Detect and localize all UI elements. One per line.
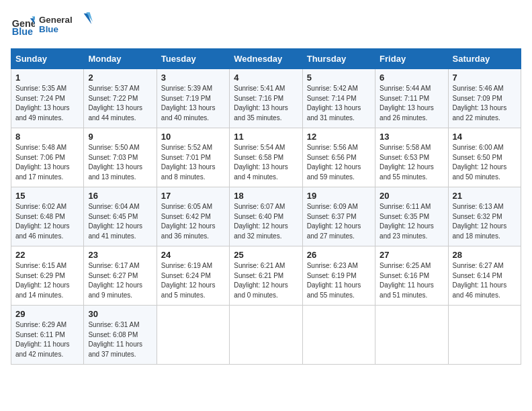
day-info: Sunrise: 5:54 AMSunset: 6:58 PMDaylight:… — [234, 143, 298, 182]
day-number: 17 — [161, 191, 225, 201]
day-info: Sunrise: 5:42 AMSunset: 7:14 PMDaylight:… — [307, 84, 371, 123]
svg-text:Blue: Blue — [39, 24, 58, 34]
day-info: Sunrise: 6:23 AMSunset: 6:19 PMDaylight:… — [307, 261, 371, 300]
calendar-cell: 2Sunrise: 5:37 AMSunset: 7:22 PMDaylight… — [84, 69, 157, 128]
day-info: Sunrise: 5:35 AMSunset: 7:24 PMDaylight:… — [15, 84, 79, 123]
calendar-cell: 22Sunrise: 6:15 AMSunset: 6:29 PMDayligh… — [11, 246, 84, 306]
day-info: Sunrise: 5:48 AMSunset: 7:06 PMDaylight:… — [15, 143, 79, 182]
day-number: 13 — [380, 132, 443, 142]
day-number: 14 — [453, 132, 517, 142]
day-info: Sunrise: 6:09 AMSunset: 6:37 PMDaylight:… — [307, 202, 371, 241]
calendar-cell — [302, 306, 375, 365]
calendar-cell: 30Sunrise: 6:31 AMSunset: 6:08 PMDayligh… — [84, 306, 157, 365]
day-info: Sunrise: 6:31 AMSunset: 6:08 PMDaylight:… — [88, 320, 152, 359]
day-number: 7 — [453, 73, 517, 83]
day-number: 19 — [307, 191, 371, 201]
calendar-cell: 20Sunrise: 6:11 AMSunset: 6:35 PMDayligh… — [375, 187, 448, 246]
day-number: 2 — [88, 73, 152, 83]
day-number: 10 — [161, 132, 225, 142]
calendar-cell: 21Sunrise: 6:13 AMSunset: 6:32 PMDayligh… — [448, 187, 521, 246]
calendar-cell: 14Sunrise: 6:00 AMSunset: 6:50 PMDayligh… — [448, 128, 521, 187]
day-number: 16 — [88, 191, 152, 201]
day-info: Sunrise: 5:41 AMSunset: 7:16 PMDaylight:… — [234, 84, 298, 123]
day-info: Sunrise: 5:58 AMSunset: 6:53 PMDaylight:… — [380, 143, 443, 182]
calendar-cell: 17Sunrise: 6:05 AMSunset: 6:42 PMDayligh… — [157, 187, 229, 246]
week-row-4: 22Sunrise: 6:15 AMSunset: 6:29 PMDayligh… — [11, 246, 521, 306]
col-header-monday: Monday — [84, 49, 157, 69]
day-number: 27 — [380, 250, 443, 260]
calendar-cell — [157, 306, 229, 365]
day-info: Sunrise: 6:04 AMSunset: 6:45 PMDaylight:… — [88, 202, 152, 241]
calendar-cell: 9Sunrise: 5:50 AMSunset: 7:03 PMDaylight… — [84, 128, 157, 187]
col-header-saturday: Saturday — [448, 49, 521, 69]
col-header-friday: Friday — [375, 49, 448, 69]
calendar-cell: 23Sunrise: 6:17 AMSunset: 6:27 PMDayligh… — [84, 246, 157, 306]
day-info: Sunrise: 5:44 AMSunset: 7:11 PMDaylight:… — [380, 84, 443, 123]
day-info: Sunrise: 6:11 AMSunset: 6:35 PMDaylight:… — [380, 202, 443, 241]
day-number: 9 — [88, 132, 152, 142]
calendar-cell: 13Sunrise: 5:58 AMSunset: 6:53 PMDayligh… — [375, 128, 448, 187]
day-number: 3 — [161, 73, 225, 83]
svg-text:General: General — [39, 15, 73, 25]
day-info: Sunrise: 6:21 AMSunset: 6:21 PMDaylight:… — [234, 261, 298, 300]
day-number: 4 — [234, 73, 298, 83]
logo-svg: General Blue — [39, 11, 93, 38]
day-number: 28 — [453, 250, 517, 260]
week-row-3: 15Sunrise: 6:02 AMSunset: 6:48 PMDayligh… — [11, 187, 521, 246]
calendar-cell: 27Sunrise: 6:25 AMSunset: 6:16 PMDayligh… — [375, 246, 448, 306]
col-header-tuesday: Tuesday — [157, 49, 229, 69]
calendar-cell: 15Sunrise: 6:02 AMSunset: 6:48 PMDayligh… — [11, 187, 84, 246]
day-number: 25 — [234, 250, 298, 260]
calendar-cell: 10Sunrise: 5:52 AMSunset: 7:01 PMDayligh… — [157, 128, 229, 187]
day-number: 21 — [453, 191, 517, 201]
day-info: Sunrise: 6:15 AMSunset: 6:29 PMDaylight:… — [15, 261, 79, 300]
calendar-cell: 25Sunrise: 6:21 AMSunset: 6:21 PMDayligh… — [230, 246, 302, 306]
day-info: Sunrise: 5:37 AMSunset: 7:22 PMDaylight:… — [88, 84, 152, 123]
calendar-cell: 16Sunrise: 6:04 AMSunset: 6:45 PMDayligh… — [84, 187, 157, 246]
day-number: 24 — [161, 250, 225, 260]
header-row: SundayMondayTuesdayWednesdayThursdayFrid… — [11, 49, 521, 69]
day-number: 26 — [307, 250, 371, 260]
calendar-cell: 8Sunrise: 5:48 AMSunset: 7:06 PMDaylight… — [11, 128, 84, 187]
col-header-wednesday: Wednesday — [230, 49, 302, 69]
calendar-cell — [230, 306, 302, 365]
calendar-cell: 4Sunrise: 5:41 AMSunset: 7:16 PMDaylight… — [230, 69, 302, 128]
calendar-cell: 18Sunrise: 6:07 AMSunset: 6:40 PMDayligh… — [230, 187, 302, 246]
day-info: Sunrise: 6:29 AMSunset: 6:11 PMDaylight:… — [15, 320, 79, 359]
day-info: Sunrise: 6:17 AMSunset: 6:27 PMDaylight:… — [88, 261, 152, 300]
day-info: Sunrise: 6:02 AMSunset: 6:48 PMDaylight:… — [15, 202, 79, 241]
day-info: Sunrise: 5:56 AMSunset: 6:56 PMDaylight:… — [307, 143, 371, 182]
logo: General Blue General Blue — [11, 11, 93, 40]
day-info: Sunrise: 5:52 AMSunset: 7:01 PMDaylight:… — [161, 143, 225, 182]
calendar-cell: 29Sunrise: 6:29 AMSunset: 6:11 PMDayligh… — [11, 306, 84, 365]
day-info: Sunrise: 6:13 AMSunset: 6:32 PMDaylight:… — [453, 202, 517, 241]
day-number: 30 — [88, 309, 152, 319]
calendar-cell — [448, 306, 521, 365]
calendar-cell — [375, 306, 448, 365]
logo-icon: General Blue — [11, 13, 35, 38]
day-number: 15 — [15, 191, 79, 201]
calendar-cell: 7Sunrise: 5:46 AMSunset: 7:09 PMDaylight… — [448, 69, 521, 128]
col-header-thursday: Thursday — [302, 49, 375, 69]
day-number: 11 — [234, 132, 298, 142]
calendar-cell: 26Sunrise: 6:23 AMSunset: 6:19 PMDayligh… — [302, 246, 375, 306]
day-number: 29 — [15, 309, 79, 319]
page-header: General Blue General Blue — [11, 11, 521, 40]
day-number: 22 — [15, 250, 79, 260]
calendar-cell: 5Sunrise: 5:42 AMSunset: 7:14 PMDaylight… — [302, 69, 375, 128]
week-row-2: 8Sunrise: 5:48 AMSunset: 7:06 PMDaylight… — [11, 128, 521, 187]
day-info: Sunrise: 6:19 AMSunset: 6:24 PMDaylight:… — [161, 261, 225, 300]
day-info: Sunrise: 5:46 AMSunset: 7:09 PMDaylight:… — [453, 84, 517, 123]
week-row-1: 1Sunrise: 5:35 AMSunset: 7:24 PMDaylight… — [11, 69, 521, 128]
day-info: Sunrise: 6:05 AMSunset: 6:42 PMDaylight:… — [161, 202, 225, 241]
day-number: 12 — [307, 132, 371, 142]
calendar-cell: 19Sunrise: 6:09 AMSunset: 6:37 PMDayligh… — [302, 187, 375, 246]
day-info: Sunrise: 6:00 AMSunset: 6:50 PMDaylight:… — [453, 143, 517, 182]
day-number: 20 — [380, 191, 443, 201]
calendar-table: SundayMondayTuesdayWednesdayThursdayFrid… — [11, 48, 521, 365]
day-number: 1 — [15, 73, 79, 83]
day-info: Sunrise: 6:07 AMSunset: 6:40 PMDaylight:… — [234, 202, 298, 241]
calendar-cell: 1Sunrise: 5:35 AMSunset: 7:24 PMDaylight… — [11, 69, 84, 128]
calendar-cell: 3Sunrise: 5:39 AMSunset: 7:19 PMDaylight… — [157, 69, 229, 128]
calendar-cell: 6Sunrise: 5:44 AMSunset: 7:11 PMDaylight… — [375, 69, 448, 128]
